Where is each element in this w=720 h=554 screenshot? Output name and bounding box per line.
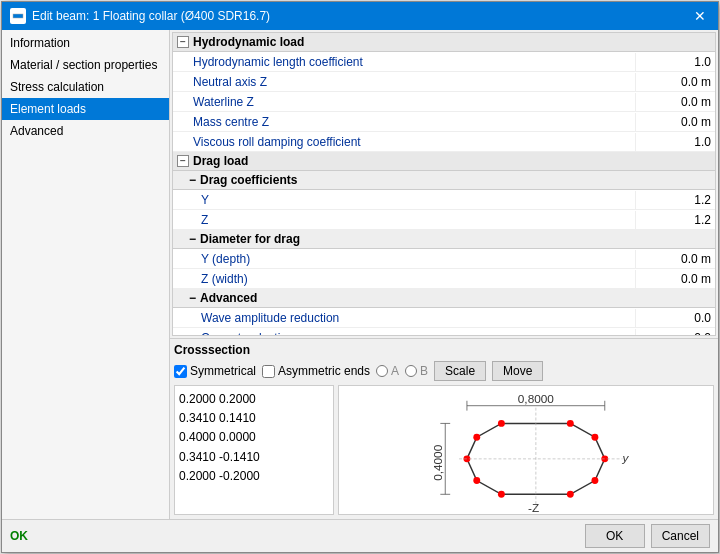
prop-value-viscous-roll: 1.0 [635,133,715,151]
titlebar: Edit beam: 1 Floating collar (Ø400 SDR16… [2,2,718,30]
subsection-title-diameter-drag: Diameter for drag [200,232,300,246]
collapse-diameter-drag-icon[interactable]: − [189,232,196,246]
prop-label-waterline-z: Waterline Z [173,93,635,111]
svg-point-15 [498,491,505,498]
sidebar-item-advanced[interactable]: Advanced [2,120,169,142]
prop-label-drag-y: Y [173,191,635,209]
radio-b[interactable] [405,365,417,377]
prop-value-waterline-z: 0.0 m [635,93,715,111]
radio-a[interactable] [376,365,388,377]
coord-row: 0.2000 -0.2000 [179,467,329,486]
collapse-advanced-icon[interactable]: − [189,291,196,305]
svg-text:0,4000: 0,4000 [431,444,445,481]
collapse-drag-icon[interactable]: − [177,155,189,167]
move-button[interactable]: Move [492,361,543,381]
coord-row: 0.3410 0.1410 [179,409,329,428]
crosssection-title: Crosssection [174,343,714,357]
main-content: InformationMaterial / section properties… [2,30,718,519]
sidebar-item-material[interactable]: Material / section properties [2,54,169,76]
subsection-title-drag-coeff: Drag coefficients [200,173,297,187]
dialog-title: Edit beam: 1 Floating collar (Ø400 SDR16… [32,9,270,23]
sidebar: InformationMaterial / section properties… [2,30,170,519]
section-header-hydrodynamic[interactable]: − Hydrodynamic load [173,33,715,52]
coord-row: 0.2000 0.2000 [179,390,329,409]
prop-label-mass-centre-z: Mass centre Z [173,113,635,131]
section-title-drag: Drag load [193,154,248,168]
prop-row-current-reduction: Current reduction 0.0 [173,328,715,336]
prop-row-y-depth: Y (depth) 0.0 m [173,249,715,269]
prop-label-hydro-length: Hydrodynamic length coefficient [173,53,635,71]
symmetrical-checkbox[interactable] [174,365,187,378]
subsection-title-advanced: Advanced [200,291,257,305]
scale-button[interactable]: Scale [434,361,486,381]
sidebar-item-stress[interactable]: Stress calculation [2,76,169,98]
asymmetric-checkbox-label[interactable]: Asymmetric ends [262,364,370,378]
svg-point-19 [498,420,505,427]
asymmetric-label: Asymmetric ends [278,364,370,378]
titlebar-left: Edit beam: 1 Floating collar (Ø400 SDR16… [10,8,270,24]
prop-value-mass-centre-z: 0.0 m [635,113,715,131]
radio-b-text: B [420,364,428,378]
prop-label-z-width: Z (width) [173,270,635,288]
svg-text:0,8000: 0,8000 [518,392,555,406]
cancel-button[interactable]: Cancel [651,524,710,548]
subsection-header-advanced[interactable]: − Advanced [173,289,715,308]
coord-list: 0.2000 0.20000.3410 0.14100.4000 0.00000… [174,385,334,515]
section-header-drag[interactable]: − Drag load [173,152,715,171]
coord-row: 0.3410 -0.1410 [179,448,329,467]
prop-label-y-depth: Y (depth) [173,250,635,268]
subsection-header-drag-coeff[interactable]: − Drag coefficients [173,171,715,190]
prop-value-y-depth: 0.0 m [635,250,715,268]
symmetrical-label: Symmetrical [190,364,256,378]
prop-value-wave-amp: 0.0 [635,309,715,327]
properties-area[interactable]: − Hydrodynamic load Hydrodynamic length … [172,32,716,336]
crosssection-area: Crosssection Symmetrical Asymmetric ends… [170,338,718,519]
subsection-header-diameter-drag[interactable]: − Diameter for drag [173,230,715,249]
prop-label-wave-amp: Wave amplitude reduction [173,309,635,327]
svg-text:-Z: -Z [528,501,539,514]
prop-value-drag-z: 1.2 [635,211,715,229]
symmetrical-checkbox-label[interactable]: Symmetrical [174,364,256,378]
prop-label-neutral-z: Neutral axis Z [173,73,635,91]
prop-value-hydro-length: 1.0 [635,53,715,71]
prop-row-z-width: Z (width) 0.0 m [173,269,715,289]
close-button[interactable]: ✕ [690,6,710,26]
beam-icon [10,8,26,24]
crosssection-controls: Symmetrical Asymmetric ends A B Scale [174,361,714,381]
footer-buttons: OK Cancel [585,524,710,548]
sidebar-item-information[interactable]: Information [2,32,169,54]
prop-row-drag-z: Z 1.2 [173,210,715,230]
svg-point-18 [473,434,480,441]
svg-point-14 [567,491,574,498]
prop-row-viscous-roll: Viscous roll damping coefficient 1.0 [173,132,715,152]
collapse-drag-coeff-icon[interactable]: − [189,173,196,187]
radio-a-text: A [391,364,399,378]
edit-beam-dialog: Edit beam: 1 Floating collar (Ø400 SDR16… [1,1,719,553]
footer: OK OK Cancel [2,519,718,552]
section-title-hydrodynamic: Hydrodynamic load [193,35,304,49]
asymmetric-checkbox[interactable] [262,365,275,378]
prop-row-mass-centre-z: Mass centre Z 0.0 m [173,112,715,132]
radio-b-label[interactable]: B [405,364,428,378]
svg-point-13 [591,477,598,484]
right-panel: − Hydrodynamic load Hydrodynamic length … [170,30,718,519]
svg-text:y: y [621,451,629,465]
svg-point-16 [473,477,480,484]
radio-a-label[interactable]: A [376,364,399,378]
svg-point-11 [591,434,598,441]
prop-value-current-reduction: 0.0 [635,329,715,337]
ok-button[interactable]: OK [585,524,645,548]
prop-row-neutral-z: Neutral axis Z 0.0 m [173,72,715,92]
ok-status: OK [10,529,28,543]
prop-label-viscous-roll: Viscous roll damping coefficient [173,133,635,151]
prop-row-drag-y: Y 1.2 [173,190,715,210]
prop-value-neutral-z: 0.0 m [635,73,715,91]
shape-canvas: 0,8000 0,4000 [338,385,714,515]
collapse-hydrodynamic-icon[interactable]: − [177,36,189,48]
prop-row-wave-amp: Wave amplitude reduction 0.0 [173,308,715,328]
prop-value-z-width: 0.0 m [635,270,715,288]
svg-rect-0 [13,14,23,18]
prop-label-current-reduction: Current reduction [173,329,635,337]
sidebar-item-element-loads[interactable]: Element loads [2,98,169,120]
shape-svg: 0,8000 0,4000 [339,386,713,514]
